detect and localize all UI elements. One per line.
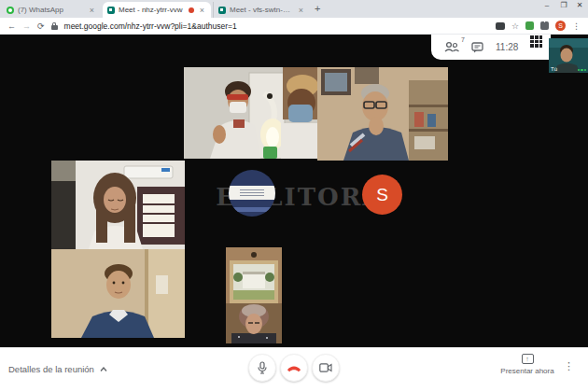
meet-icon	[107, 7, 115, 14]
audio-activity-indicator	[578, 69, 587, 72]
meeting-clock: 11:28	[496, 42, 518, 52]
back-icon[interactable]: ←	[7, 21, 16, 31]
camera-icon	[319, 363, 332, 372]
video-tile-older-woman[interactable]	[226, 247, 282, 343]
more-options-icon[interactable]: ⋮	[564, 360, 574, 372]
tab-meet-second[interactable]: Meet - vfs-swtn-gfe ×	[213, 2, 310, 18]
end-call-button[interactable]	[280, 354, 308, 382]
forward-icon[interactable]: →	[22, 21, 31, 31]
grid-icon[interactable]	[530, 35, 542, 48]
meeting-details-label: Detalles de la reunión	[8, 364, 94, 374]
selfview-label: Tú	[551, 66, 557, 72]
chrome-profile-avatar[interactable]: S	[555, 21, 566, 31]
tab-title: Meet - nhz-ytrr-vvw	[119, 6, 185, 14]
participant-logo-avatar[interactable]	[229, 170, 275, 217]
end-call-icon	[286, 363, 302, 372]
browser-action-icons: ☆ S ⋮	[496, 21, 581, 31]
video-tile-woman[interactable]	[51, 161, 185, 249]
chevron-up-icon	[100, 367, 107, 371]
url-text[interactable]: meet.google.com/nhz-ytrr-vvw?pli=1&authu…	[64, 21, 489, 31]
tab-close-icon[interactable]: ×	[88, 6, 96, 15]
lock-icon[interactable]	[51, 22, 58, 30]
tab-title: Meet - vfs-swtn-gfe	[230, 6, 293, 14]
mic-button[interactable]	[248, 354, 276, 382]
meet-bottom-bar: Detalles de la reunión	[0, 347, 588, 392]
logo-band	[229, 186, 275, 200]
chat-icon[interactable]	[471, 42, 483, 53]
window-close-button[interactable]: ✕	[572, 1, 587, 9]
tab-close-icon[interactable]: ×	[297, 6, 305, 15]
mic-icon	[257, 361, 268, 374]
camera-button[interactable]	[312, 354, 340, 382]
video-tile-masked-pair[interactable]	[184, 67, 317, 159]
tab-whatsapp[interactable]: (7) WhatsApp ×	[2, 2, 101, 18]
reload-icon[interactable]: ⟳	[37, 21, 45, 31]
window-minimize-button[interactable]: –	[539, 1, 554, 9]
call-controls	[248, 354, 340, 382]
video-frame	[317, 67, 448, 161]
meeting-details-button[interactable]: Detalles de la reunión	[8, 364, 107, 374]
video-frame	[226, 247, 282, 343]
tab-close-icon[interactable]: ×	[198, 6, 206, 15]
video-tile-older-man[interactable]	[317, 67, 448, 161]
video-frame	[184, 67, 317, 159]
media-recording-dot	[189, 7, 194, 13]
media-card-icon[interactable]	[496, 22, 505, 30]
present-label: Presentar ahora	[497, 367, 557, 375]
extension-green-icon[interactable]	[525, 21, 534, 30]
selfview-thumbnail[interactable]: Tú	[549, 38, 588, 73]
participants-icon	[444, 41, 459, 52]
present-icon: ↑	[522, 354, 534, 364]
tab-title: (7) WhatsApp	[18, 6, 84, 14]
meet-icon	[218, 7, 226, 14]
present-now-button[interactable]: ↑ Presentar ahora	[497, 354, 557, 375]
whatsapp-icon	[7, 7, 14, 14]
video-frame	[51, 249, 185, 338]
video-tile-man-sweater[interactable]	[51, 249, 185, 338]
video-frame	[51, 161, 185, 249]
tab-meet-active[interactable]: Meet - nhz-ytrr-vvw ×	[103, 2, 211, 18]
meet-video-grid: EL LITORAL	[0, 35, 588, 347]
meet-top-controls: 7 11:28	[431, 35, 551, 60]
extensions-puzzle-icon[interactable]	[540, 21, 549, 30]
bookmark-star-icon[interactable]: ☆	[511, 21, 519, 31]
new-tab-button[interactable]: +	[315, 3, 320, 14]
participants-button[interactable]: 7	[444, 39, 459, 56]
participant-initial-avatar[interactable]: S	[362, 175, 402, 215]
tab-bar: (7) WhatsApp × Meet - nhz-ytrr-vvw × Mee…	[0, 0, 588, 18]
browser-window: (7) WhatsApp × Meet - nhz-ytrr-vvw × Mee…	[0, 0, 588, 392]
logo-lower-band	[229, 207, 275, 212]
address-bar: ← → ⟳ meet.google.com/nhz-ytrr-vvw?pli=1…	[0, 18, 588, 35]
browser-menu-icon[interactable]: ⋮	[572, 21, 581, 31]
participants-count: 7	[461, 36, 465, 43]
window-restore-button[interactable]: ❐	[556, 1, 571, 9]
